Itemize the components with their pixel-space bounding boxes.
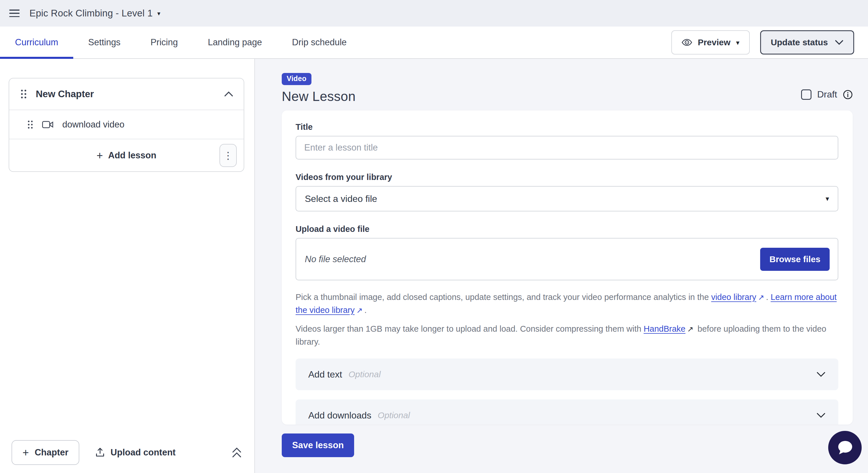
upload-field-label: Upload a video file: [296, 224, 838, 234]
add-downloads-section[interactable]: Add downloads Optional: [296, 400, 838, 424]
title-field: Title: [296, 122, 838, 159]
video-camera-icon: [42, 121, 54, 129]
caret-down-icon: ▾: [736, 39, 739, 45]
chat-bubble-icon: [836, 439, 854, 456]
sidebar-footer: + Chapter Upload content: [0, 432, 254, 473]
drag-handle-icon[interactable]: [20, 89, 27, 99]
chevron-up-icon[interactable]: [224, 91, 233, 97]
double-chevron-up-icon: [231, 447, 242, 458]
upload-content-label: Upload content: [111, 447, 176, 458]
chapter-header[interactable]: New Chapter: [9, 78, 244, 109]
add-text-optional-hint: Optional: [348, 370, 381, 379]
tab-bar: Curriculum Settings Pricing Landing page…: [0, 27, 868, 59]
lesson-title: download video: [62, 119, 124, 130]
upload-icon: [95, 448, 105, 458]
tab-actions: Preview ▾ Update status: [671, 27, 854, 58]
video-library-link[interactable]: video library: [711, 292, 756, 302]
plus-icon: +: [23, 447, 29, 458]
course-title: Epic Rock Climbing - Level 1: [29, 8, 153, 19]
update-status-label: Update status: [771, 37, 828, 47]
lesson-form-card: Title Videos from your library Select a …: [282, 111, 853, 424]
upload-content-button[interactable]: Upload content: [95, 447, 176, 458]
add-downloads-label: Add downloads: [308, 410, 371, 421]
kebab-icon: ⋮: [223, 151, 233, 160]
lesson-type-badge: Video: [282, 73, 311, 85]
add-text-section[interactable]: Add text Optional: [296, 358, 838, 390]
draft-label: Draft: [817, 89, 837, 100]
external-link-icon: ↗: [356, 304, 363, 317]
top-header: Epic Rock Climbing - Level 1 ▾: [0, 0, 868, 27]
add-downloads-optional-hint: Optional: [378, 410, 410, 420]
lesson-item[interactable]: download video: [9, 110, 244, 139]
upload-dropzone[interactable]: No file selected Browse files: [296, 238, 838, 280]
help-text: .: [766, 292, 771, 302]
preview-button[interactable]: Preview ▾: [671, 30, 750, 55]
save-lesson-button[interactable]: Save lesson: [282, 434, 354, 457]
update-status-button[interactable]: Update status: [760, 30, 854, 55]
help-text: Videos larger than 1GB may take longer t…: [296, 324, 644, 334]
plus-icon: +: [97, 150, 103, 161]
lesson-title-input[interactable]: [296, 136, 838, 159]
tab-pricing[interactable]: Pricing: [135, 27, 193, 58]
external-link-icon: ↗: [758, 291, 764, 304]
tab-curriculum[interactable]: Curriculum: [0, 27, 73, 58]
handbrake-link[interactable]: HandBrake: [644, 324, 685, 334]
add-lesson-label: Add lesson: [108, 150, 156, 161]
drag-handle-icon[interactable]: [27, 120, 33, 129]
external-link-icon: ↗: [687, 323, 693, 336]
draft-group: Draft: [801, 89, 853, 100]
chapter-footer: + Add lesson ⋮: [9, 139, 244, 171]
draft-checkbox[interactable]: [801, 89, 811, 100]
video-library-select-value: Select a video file: [305, 193, 377, 204]
lesson-head: Video New Lesson Draft: [282, 73, 853, 104]
lesson-editor: Video New Lesson Draft: [255, 59, 868, 473]
add-text-label: Add text: [308, 369, 342, 380]
add-chapter-button[interactable]: + Chapter: [11, 440, 79, 465]
chapter-menu-button[interactable]: ⋮: [219, 144, 237, 167]
browse-files-button[interactable]: Browse files: [760, 248, 830, 271]
curriculum-sidebar: New Chapter: [0, 59, 255, 473]
preview-label: Preview: [698, 37, 731, 47]
course-builder-app: Epic Rock Climbing - Level 1 ▾ Curriculu…: [0, 0, 868, 473]
tab-drip-schedule[interactable]: Drip schedule: [277, 27, 362, 58]
save-row: Save lesson: [282, 434, 853, 457]
video-library-select[interactable]: Select a video file ▾: [296, 186, 838, 212]
hamburger-menu-icon[interactable]: [9, 9, 20, 17]
help-text: .: [365, 306, 367, 315]
chevron-down-icon: [816, 372, 826, 377]
add-chapter-label: Chapter: [35, 447, 68, 458]
chevron-down-icon: [816, 412, 826, 418]
course-switcher[interactable]: Epic Rock Climbing - Level 1 ▾: [29, 8, 160, 19]
chevron-down-icon: [835, 40, 843, 45]
video-library-field: Videos from your library Select a video …: [296, 172, 838, 212]
chapter-title: New Chapter: [36, 89, 215, 99]
no-file-text: No file selected: [305, 254, 366, 264]
page-title: New Lesson: [282, 89, 355, 104]
title-field-label: Title: [296, 122, 838, 132]
chat-launcher-button[interactable]: [828, 431, 862, 464]
collapse-all-button[interactable]: [231, 447, 242, 458]
chapter-card: New Chapter: [9, 78, 244, 172]
add-lesson-button[interactable]: + Add lesson: [97, 150, 156, 161]
video-library-label: Videos from your library: [296, 172, 838, 182]
caret-down-icon: ▾: [157, 10, 160, 17]
compression-help-text: Videos larger than 1GB may take longer t…: [296, 322, 838, 348]
help-text: Pick a thumbnail image, add closed capti…: [296, 292, 711, 302]
video-library-help-text: Pick a thumbnail image, add closed capti…: [296, 291, 838, 317]
upload-field: Upload a video file No file selected Bro…: [296, 224, 838, 280]
eye-icon: [682, 39, 692, 46]
tab-settings[interactable]: Settings: [73, 27, 135, 58]
tab-landing-page[interactable]: Landing page: [193, 27, 277, 58]
info-icon[interactable]: [843, 90, 853, 99]
caret-down-icon: ▾: [826, 195, 829, 202]
